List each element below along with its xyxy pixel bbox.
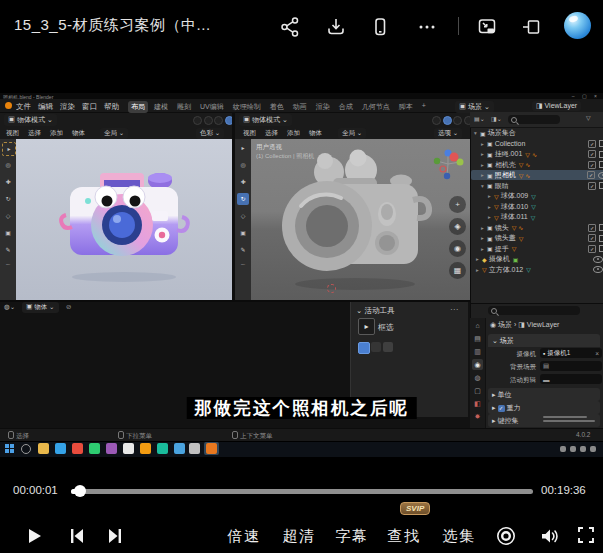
funnel-filter-icon: ▽ (586, 114, 591, 121)
tool-transform-icon: ▣ (2, 227, 14, 239)
output-tab-icon: ▥ (472, 346, 483, 357)
more-icon[interactable] (415, 15, 439, 39)
elapsed-time: 00:00:01 (13, 484, 58, 496)
tab-modeling: 建模 (151, 101, 171, 113)
active-tool-label: 框选 (378, 322, 394, 333)
active-clip-label: 活动剪辑 (486, 376, 536, 385)
render-tab-icon: ▤ (472, 333, 483, 344)
left-menu-object: 物体 (72, 129, 85, 138)
color-swatch (358, 342, 370, 354)
tab-render: 渲染 (313, 101, 333, 113)
taskbar-app-icon (140, 443, 151, 454)
progress-knob[interactable] (74, 485, 86, 497)
right-tool-column: ▸ ◎ ✚ ↻ ◇ ▣ ✎ ⌒ (235, 139, 252, 300)
outliner-row: ▸▽立方体.012▽ (471, 265, 603, 275)
workspace-tabs: 布局 建模 雕刻 UV编辑 纹理绘制 着色 动画 渲染 合成 几何节点 脚本 + (128, 101, 429, 113)
left-tool-column: ▸ ◎ ✚ ↻ ◇ ▣ ✎ ⌒ (0, 139, 17, 300)
taskbar-app-icon (123, 443, 134, 454)
tool-measure-icon: ⌒ (237, 261, 249, 273)
units-panel-header: ▸ 单位 (488, 388, 600, 401)
left-menu-view: 视图 (6, 129, 19, 138)
grid-view-icon: ▦ (449, 262, 466, 279)
menu-edit: 编辑 (38, 102, 53, 112)
panel-options-icon: ⋯ (450, 305, 458, 314)
tab-animation: 动画 (290, 101, 310, 113)
tab-uv: UV编辑 (197, 101, 227, 113)
right-orientation-dropdown: 全局 ⌄ (338, 128, 366, 139)
tray-icon (570, 446, 576, 452)
tool-annotate-icon: ✎ (237, 244, 249, 256)
properties-breadcrumb: ◉ 场景 › ◨ ViewLayer (490, 320, 559, 330)
scene-panel-header: ⌄ 场景 (488, 334, 600, 347)
left-menu-select: 选择 (28, 129, 41, 138)
status-hint: 下拉菜单 (118, 431, 152, 441)
material-tab-icon: ◧ (472, 398, 483, 409)
taskbar-search-icon (21, 444, 31, 454)
right-menu-object: 物体 (309, 129, 322, 138)
blender-version: 4.0.2 (576, 431, 590, 438)
outliner-row: ▸▣镜头▽∿✓ (471, 223, 603, 233)
find-button[interactable]: 查找 (380, 527, 428, 546)
right-right-dropdown: 选项 ⌄ (434, 128, 462, 139)
outliner-row: ▸▣挂绳.001▽∿✓ (471, 149, 603, 159)
tab-shading: 着色 (267, 101, 287, 113)
left-orientation-dropdown: 全局 ⌄ (100, 128, 128, 139)
texture-tab-icon: ✸ (472, 411, 483, 422)
progress-bar[interactable] (71, 489, 533, 494)
tool-move-icon: ✚ (237, 176, 249, 188)
tool-move-icon: ✚ (2, 176, 14, 188)
tool-rotate-icon: ↻ (2, 193, 14, 205)
clay-camera-model (263, 148, 448, 293)
taskbar-app-icon (174, 443, 185, 454)
play-button[interactable] (22, 524, 46, 548)
status-hint: 上下文菜单 (232, 431, 273, 441)
camera-field-label: 摄像机 (486, 350, 536, 359)
blender-logo-icon (5, 102, 12, 109)
share-icon[interactable] (278, 15, 302, 39)
picture-in-picture-icon[interactable] (475, 15, 499, 39)
viewlayer-selector: ◨ ViewLayer (532, 101, 581, 111)
color-swatch (383, 342, 393, 352)
tool-annotate-icon: ✎ (2, 244, 14, 256)
left-right-dropdown: 色彩 ⌄ (196, 128, 224, 139)
taskbar-app-icon (55, 443, 66, 454)
tab-layout: 布局 (128, 101, 148, 113)
episodes-button[interactable]: 选集 (435, 527, 483, 546)
outliner-row: ▸▣Collection✓ (471, 139, 603, 149)
float-window-icon[interactable] (519, 15, 543, 39)
right-menu-view: 视图 (243, 129, 256, 138)
right-menu-select: 选择 (265, 129, 278, 138)
fullscreen-button[interactable] (574, 523, 598, 547)
volume-button[interactable] (537, 524, 561, 548)
zoom-icon: + (449, 196, 466, 213)
search-icon (491, 308, 497, 314)
loop-mode-button[interactable] (494, 524, 518, 548)
pan-hand-icon: ◈ (449, 218, 466, 235)
camera-field-value: ▪摄像机1× (540, 348, 602, 358)
menu-render: 渲染 (60, 102, 75, 112)
toolbar-divider (458, 17, 459, 35)
outliner-row-selected: ▸▣照相机▽∿✓ (471, 170, 603, 180)
cursor-3d-icon (327, 284, 336, 293)
outliner-row: ▸▽球体.009▽ (471, 191, 603, 201)
blender-status-bar (0, 428, 603, 442)
tab-scripting: 脚本 (396, 101, 416, 113)
next-episode-button[interactable] (103, 524, 127, 548)
tool-cursor-icon: ◎ (237, 159, 249, 171)
previous-episode-button[interactable] (65, 524, 89, 548)
subtitles-button[interactable]: 字幕 (328, 527, 376, 546)
taskbar-app-icon (189, 443, 200, 454)
color-swatch (371, 342, 381, 352)
scene-tab-icon: ◉ (472, 359, 483, 370)
playback-speed-button[interactable]: 倍速 (220, 527, 268, 546)
search-icon (511, 117, 517, 123)
quality-button[interactable]: 超清 (275, 527, 323, 546)
download-icon[interactable] (324, 15, 348, 39)
background-scene-label: 背景场景 (486, 363, 536, 372)
tool-select-box-icon: ▸ (237, 142, 249, 154)
tool-transform-icon: ▣ (237, 227, 249, 239)
avatar[interactable] (564, 12, 591, 39)
phone-mirror-icon[interactable] (368, 15, 392, 39)
tool-select-box-icon: ▸ (2, 142, 16, 156)
screen: 15_3_5-材质练习案例（中... (0, 0, 603, 553)
